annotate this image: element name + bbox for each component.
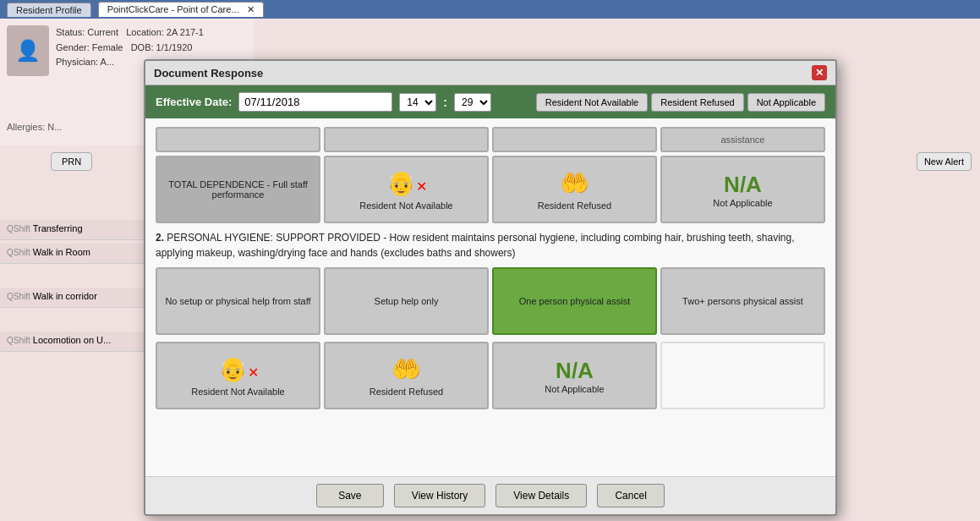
new-alert-button[interactable]: New Alert xyxy=(917,152,972,171)
partial-cell-1 xyxy=(156,127,320,152)
tab-resident-profile[interactable]: Resident Profile xyxy=(7,3,91,17)
document-response-modal: Document Response ✕ Effective Date: 14 :… xyxy=(144,59,837,516)
option-two-plus-assist[interactable]: Two+ persons physical assist xyxy=(660,267,825,335)
header-action-buttons: Resident Not Available Resident Refused … xyxy=(536,93,825,112)
partial-cell-3 xyxy=(492,127,657,152)
qshift-walk-corridor: QShift Walk in corridor xyxy=(0,288,144,308)
option-one-person-assist[interactable]: One person physical assist xyxy=(492,267,657,335)
modal-header: Effective Date: 14 : 29 Resident Not Ava… xyxy=(145,85,835,118)
partial-cell-assistance: assistance xyxy=(660,127,825,152)
modal-footer: Save View History View Details Cancel xyxy=(145,476,835,514)
option-not-applicable-1[interactable]: N/A Not Applicable xyxy=(660,156,825,223)
resident-not-available-header-btn[interactable]: Resident Not Available xyxy=(536,93,648,112)
resident-not-available-icon: 👴✕ xyxy=(386,169,427,197)
option-resident-not-available-2[interactable]: 👴✕ Resident Not Available xyxy=(156,342,320,409)
qshift-walk-room: QShift Walk in Room xyxy=(0,244,144,264)
option-no-setup[interactable]: No setup or physical help from staff xyxy=(156,267,320,335)
na-text-1: N/A xyxy=(724,172,762,198)
effective-date-label: Effective Date: xyxy=(156,96,232,108)
question2-text: 2. PERSONAL HYGIENE: SUPPORT PROVIDED - … xyxy=(156,230,825,260)
prn-btn-area: PRN xyxy=(51,152,92,171)
option-resident-refused-2[interactable]: 🤲 Resident Refused xyxy=(324,342,489,409)
hour-select[interactable]: 14 xyxy=(399,93,436,112)
view-details-button[interactable]: View Details xyxy=(495,484,587,507)
cancel-button[interactable]: Cancel xyxy=(597,484,665,507)
section1-grid: TOTAL DEPENDENCE - Full staff performanc… xyxy=(156,156,825,223)
section2-row2-grid: 👴✕ Resident Not Available 🤲 Resident Ref… xyxy=(156,342,825,409)
option-empty xyxy=(660,342,825,409)
partial-cell-2 xyxy=(324,127,489,152)
na-text-2: N/A xyxy=(556,358,594,384)
prn-button[interactable]: PRN xyxy=(51,152,92,171)
qshift-locomotion: QShift Locomotion on U... xyxy=(0,332,144,352)
qshift-list: QShift Transferring QShift Walk in Room … xyxy=(0,220,144,352)
option-resident-refused-1[interactable]: 🤲 Resident Refused xyxy=(492,156,657,223)
modal-close-button[interactable]: ✕ xyxy=(812,65,827,80)
option-total-dependence[interactable]: TOTAL DEPENDENCE - Full staff performanc… xyxy=(156,156,320,223)
view-history-button[interactable]: View History xyxy=(394,484,485,507)
resident-refused-icon-2: 🤲 xyxy=(391,355,421,383)
resident-refused-header-btn[interactable]: Resident Refused xyxy=(651,93,743,112)
save-button[interactable]: Save xyxy=(316,484,384,507)
avatar: 👤 xyxy=(7,25,49,76)
option-not-applicable-2[interactable]: N/A Not Applicable xyxy=(492,342,657,409)
date-input[interactable] xyxy=(238,92,392,112)
tab-pointclickcare[interactable]: PointClickCare - Point of Care... ✕ xyxy=(98,2,264,17)
modal-titlebar: Document Response ✕ xyxy=(145,61,835,85)
modal-content[interactable]: assistance TOTAL DEPENDENCE - Full staff… xyxy=(145,118,835,476)
resident-not-available-icon-2: 👴✕ xyxy=(218,355,259,383)
section2-row1-grid: No setup or physical help from staff Set… xyxy=(156,267,825,335)
resident-refused-icon: 🤲 xyxy=(560,169,589,197)
tab-bar: Resident Profile PointClickCare - Point … xyxy=(0,0,980,19)
qshift-transferring: QShift Transferring xyxy=(0,220,144,240)
assistance-header-row: assistance xyxy=(156,127,825,152)
option-resident-not-available-1[interactable]: 👴✕ Resident Not Available xyxy=(324,156,489,223)
right-sidebar: New Alert xyxy=(917,152,972,171)
option-setup-help[interactable]: Setup help only xyxy=(324,267,489,335)
modal-title: Document Response xyxy=(154,67,263,80)
minute-select[interactable]: 29 xyxy=(454,93,491,112)
not-applicable-header-btn[interactable]: Not Applicable xyxy=(747,93,825,112)
